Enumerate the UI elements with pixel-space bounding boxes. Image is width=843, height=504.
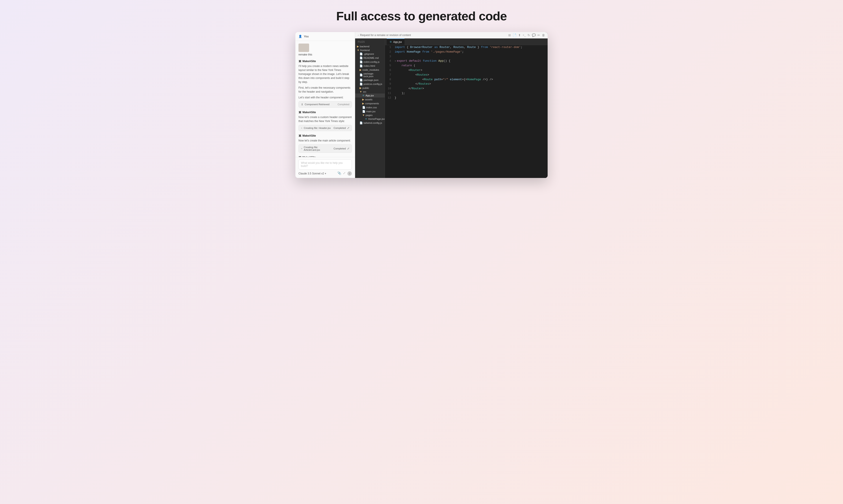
- tree-mainjsx-label: main.jsx: [366, 110, 376, 113]
- tree-appjsx-label: App.jsx: [365, 94, 374, 97]
- terminal-icon[interactable]: >_: [522, 34, 526, 37]
- agent-desc-1c: Let's start with the header component:: [298, 95, 352, 100]
- badge-status-2: Completed: [333, 127, 346, 129]
- line-num-11: 11: [385, 91, 395, 96]
- line-num-5: 5: [385, 64, 395, 68]
- attach-button[interactable]: 📎: [338, 171, 341, 176]
- tree-indexcss[interactable]: 📄 index.css: [355, 105, 385, 109]
- folder-closed-icon: ▶: [357, 45, 359, 48]
- trash-icon[interactable]: 🗑: [542, 33, 545, 37]
- tree-gitignore[interactable]: 📄 .gitignore: [355, 52, 385, 56]
- component-retrieved-badge: ⬇ Component Retrieved Completed: [298, 101, 352, 108]
- send-button[interactable]: ↑: [347, 171, 352, 176]
- line-content-6: <Router>: [395, 68, 548, 73]
- refresh-icon[interactable]: ↻: [528, 33, 530, 37]
- tree-appjsx[interactable]: ⚛ App.jsx: [355, 93, 385, 97]
- line-content-8: <Route path="/" element={<HomePage />} /…: [395, 77, 548, 82]
- tree-pages[interactable]: ▼ pages: [355, 113, 385, 117]
- topbar-right: ⊞ 📄 ⬆ >_ ↻ 💬 ✏ 🗑: [508, 33, 545, 37]
- code-tab-bar: ⚛ App.jsx: [385, 38, 548, 45]
- tree-assets[interactable]: ▶ assets: [355, 97, 385, 102]
- agent-label-2: ⌘ MakeASite: [298, 111, 352, 114]
- tree-mainjsx[interactable]: 📄 main.jsx: [355, 109, 385, 113]
- tree-postcss[interactable]: 📄 postcss.config.js: [355, 82, 385, 86]
- chat-content[interactable]: remake this ⌘ MakeASite I'll help you cr…: [295, 41, 355, 157]
- pencil-icon[interactable]: ✏: [537, 33, 540, 37]
- badge-label-2: Creating file: Header.jsx: [304, 127, 331, 129]
- code-line-11: 11 );: [385, 91, 548, 96]
- agent-desc-1: I'll help you create a modern news websi…: [298, 64, 352, 84]
- chat-input[interactable]: What would you like me to help you build…: [298, 159, 352, 169]
- creating-badge-3: + Creating file: ArticleCard.jsx Complet…: [298, 144, 352, 153]
- tree-frontend-label: frontend: [360, 49, 369, 52]
- tree-eslint[interactable]: 📄 eslint.config.js: [355, 60, 385, 64]
- line-content-12: }: [395, 96, 548, 100]
- tree-components[interactable]: ▶ components: [355, 102, 385, 105]
- line-num-10: 10: [385, 86, 395, 91]
- code-lines: 1 import { BrowserRouter as Router, Rout…: [385, 45, 548, 100]
- line-num-8: 8: [385, 77, 395, 82]
- badge-label-1: Component Retrieved: [305, 103, 329, 106]
- tree-public-label: public: [362, 87, 369, 89]
- expand-icon-3[interactable]: ⤢: [347, 147, 349, 150]
- code-content[interactable]: 1 import { BrowserRouter as Router, Rout…: [385, 45, 548, 178]
- code-line-12: 12 }: [385, 96, 548, 100]
- tree-readme-label: README.md: [363, 57, 379, 59]
- agent-label-3: ⌘ MakeASite: [298, 134, 352, 138]
- tree-public[interactable]: ▶ public: [355, 86, 385, 90]
- tree-src[interactable]: ▼ src: [355, 90, 385, 93]
- tree-homepage-label: HomePage.jsx: [368, 118, 385, 120]
- chat-icon[interactable]: 💬: [532, 33, 536, 37]
- cmd-icon-3: ⌘: [298, 134, 302, 138]
- chat-panel: 👤 You remake this ⌘ MakeASite I'll help …: [295, 32, 355, 178]
- tree-tailwind[interactable]: 📄 tailwind.config.js: [355, 121, 385, 125]
- file-icon-indexhtml: 📄: [360, 64, 363, 68]
- code-line-7: 7 <Routes>: [385, 73, 548, 77]
- agent-block-3: ⌘ MakeASite Now let's create the main ar…: [298, 134, 352, 153]
- folder-public-icon: ▶: [360, 86, 362, 90]
- expand-icon-2[interactable]: ⤢: [347, 126, 349, 129]
- chat-footer: What would you like me to help you build…: [295, 157, 355, 178]
- plus-icon-2: +: [301, 127, 303, 129]
- page-title: Full access to generated code: [336, 9, 507, 23]
- plus-icon-3: +: [301, 147, 303, 150]
- tab-appjsx[interactable]: ⚛ App.jsx: [387, 38, 405, 45]
- file-icon[interactable]: 📄: [513, 33, 516, 37]
- code-line-9: 9 </Routes>: [385, 82, 548, 86]
- tree-package[interactable]: 📄 package.json: [355, 78, 385, 82]
- export-icon[interactable]: ⬆: [518, 33, 521, 37]
- tree-pkglock-label: package-lock.json: [363, 72, 383, 77]
- line-content-1: import { BrowserRouter as Router, Routes…: [395, 45, 548, 50]
- code-editor: ⚛ App.jsx 1 import { BrowserRouter as Ro…: [385, 38, 548, 178]
- tree-homepagejsx[interactable]: ⚛ HomePage.jsx: [355, 117, 385, 121]
- tree-indexhtml-label: index.html: [363, 65, 375, 67]
- line-num-3: 3: [385, 54, 395, 59]
- folder-open-icon: ▼: [357, 49, 359, 52]
- tree-backend-label: backend: [360, 45, 369, 48]
- agent-desc-3: Now let's create the main article compon…: [298, 139, 352, 143]
- tree-readme[interactable]: 📄 README.md: [355, 56, 385, 60]
- chevron-down-icon[interactable]: ▾: [325, 172, 326, 175]
- folder-components-icon: ▶: [362, 102, 364, 105]
- react-tab-icon: ⚛: [390, 40, 392, 43]
- tree-node-modules[interactable]: ▶ node_modules: [355, 68, 385, 72]
- tree-package-lock[interactable]: 📄 package-lock.json: [355, 72, 385, 78]
- tree-frontend[interactable]: ▼ frontend: [355, 49, 385, 52]
- line-content-3: [395, 54, 548, 59]
- line-content-11: );: [395, 91, 548, 96]
- user-icon: 👤: [298, 35, 302, 38]
- tree-index-html[interactable]: 📄 index.html: [355, 64, 385, 68]
- line-content-7: <Routes>: [395, 73, 548, 77]
- badge-status-1: Completed: [338, 103, 349, 106]
- line-content-9: </Routes>: [395, 82, 548, 86]
- line-num-12: 12: [385, 96, 395, 100]
- editor-body: FILES ▶ backend ▼ frontend 📄 .gitignore …: [355, 38, 548, 178]
- file-icon-indexcss: 📄: [362, 106, 365, 109]
- grid-icon[interactable]: ⊞: [508, 33, 511, 37]
- tree-backend[interactable]: ▶ backend: [355, 44, 385, 49]
- tree-assets-label: assets: [365, 98, 372, 101]
- fullscreen-button[interactable]: ⤢: [343, 171, 346, 176]
- agent-name-3: MakeASite: [303, 134, 316, 137]
- folder-assets-icon: ▶: [362, 98, 364, 101]
- code-line-3: 3: [385, 54, 548, 59]
